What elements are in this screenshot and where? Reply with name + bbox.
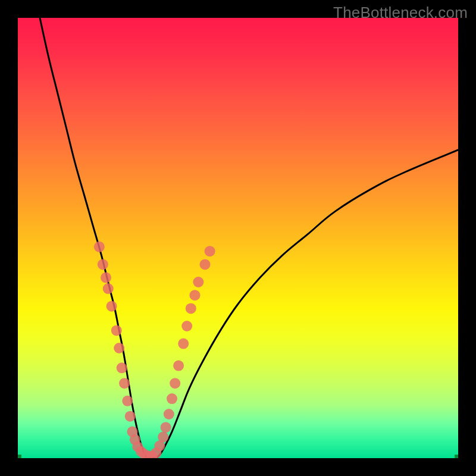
highlight-dot bbox=[103, 283, 114, 294]
highlight-dot bbox=[119, 378, 130, 389]
highlight-dots-group bbox=[94, 242, 215, 458]
chart-frame: TheBottleneck.com bbox=[0, 0, 476, 476]
highlight-dot bbox=[111, 325, 122, 336]
highlight-dot bbox=[114, 343, 124, 353]
bottleneck-curve bbox=[40, 18, 458, 458]
highlight-dot bbox=[94, 242, 105, 252]
highlight-dot bbox=[173, 361, 184, 371]
curve-layer bbox=[18, 18, 458, 458]
highlight-dot bbox=[158, 431, 168, 442]
highlight-dot bbox=[178, 339, 189, 349]
highlight-dot bbox=[98, 259, 108, 270]
highlight-dot bbox=[101, 273, 111, 283]
highlight-dot bbox=[164, 409, 174, 419]
highlight-dot bbox=[122, 396, 133, 406]
highlight-dot bbox=[205, 246, 215, 256]
highlight-dot bbox=[186, 303, 196, 314]
plot-area bbox=[18, 18, 458, 458]
highlight-dot bbox=[189, 290, 200, 300]
highlight-dot bbox=[200, 259, 211, 270]
highlight-dot bbox=[181, 321, 192, 331]
highlight-dot bbox=[125, 411, 136, 422]
highlight-dot bbox=[117, 362, 127, 373]
highlight-dot bbox=[167, 393, 177, 404]
highlight-dot bbox=[170, 378, 180, 389]
highlight-dot bbox=[107, 301, 117, 312]
highlight-dot bbox=[161, 422, 171, 433]
highlight-dot bbox=[193, 277, 203, 287]
